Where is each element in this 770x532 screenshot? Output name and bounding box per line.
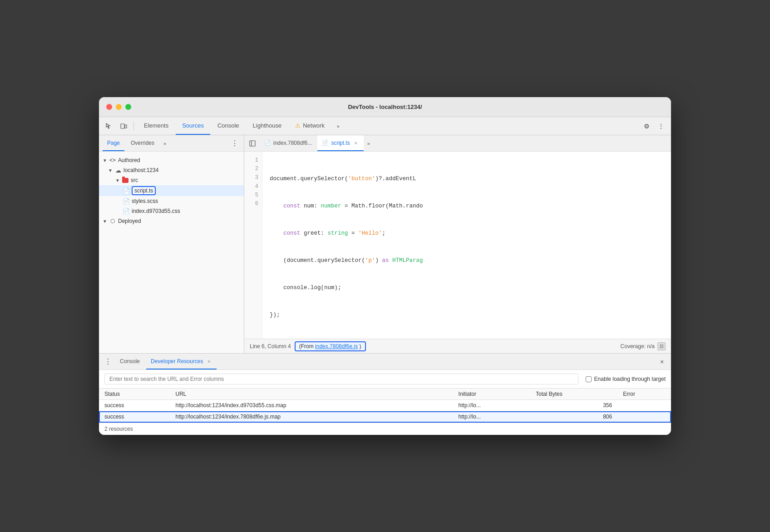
editor-tab-bar: 📄 index.7808df6... 📄 script.ts × » <box>244 135 671 152</box>
toolbar-right: ⚙ ⋮ <box>640 120 667 133</box>
sources-sidebar: Page Overrides » ⋮ ▼ <> Authored ▼ ☁ <box>99 135 244 353</box>
dev-resources-panel: Enable loading through target Status URL… <box>99 370 671 435</box>
main-toolbar: Elements Sources Console Lighthouse ⚠ Ne… <box>99 117 671 135</box>
line-num-4: 4 <box>250 182 258 191</box>
overflow-menu-button[interactable]: ⋮ <box>655 120 667 133</box>
bottom-tab-console[interactable]: Console <box>115 354 144 369</box>
tab-lighthouse[interactable]: Lighthouse <box>247 117 288 135</box>
bottom-panel-menu-icon[interactable]: ⋮ <box>103 356 114 367</box>
code-content[interactable]: document.querySelector('button')?.addEve… <box>262 152 671 339</box>
editor-area: 📄 index.7808df6... 📄 script.ts × » 1 2 3… <box>244 135 671 353</box>
from-label: (From <box>299 343 314 350</box>
svg-rect-1 <box>125 125 127 128</box>
from-file-link[interactable]: index.7808df6e.js <box>315 343 358 350</box>
bottom-tab-dev-resources[interactable]: Developer Resources × <box>146 354 217 369</box>
col-status: Status <box>99 389 170 400</box>
tree-arrow-authored: ▼ <box>103 158 107 163</box>
line-numbers: 1 2 3 4 5 6 <box>244 152 262 339</box>
row1-url: http://localhost:1234/index.d9703d55.css… <box>170 400 453 411</box>
from-source-highlight: (From index.7808df6e.js ) <box>295 341 366 351</box>
code-line-6: }); <box>270 310 664 320</box>
close-button[interactable] <box>106 104 112 110</box>
tree-item-styles-scss[interactable]: 📄 styles.scss <box>99 196 244 206</box>
editor-tab-index[interactable]: 📄 index.7808df6... <box>260 135 316 151</box>
more-tabs-button[interactable]: » <box>332 120 345 133</box>
code-line-1: document.querySelector('button')?.addEve… <box>270 174 664 183</box>
from-close: ) <box>360 343 361 350</box>
minimize-button[interactable] <box>116 104 122 110</box>
tab-sources[interactable]: Sources <box>176 117 210 135</box>
coverage-icon[interactable]: ⊡ <box>657 342 666 350</box>
folder-red-icon <box>122 177 129 184</box>
overflow-icon: ⋮ <box>658 123 664 130</box>
tree-item-localhost[interactable]: ▼ ☁ localhost:1234 <box>99 165 244 175</box>
row2-url: http://localhost:1234/index.7808df6e.js.… <box>170 411 453 423</box>
resources-count: 2 resources <box>99 423 671 435</box>
tab-network[interactable]: ⚠ Network <box>289 117 331 135</box>
row2-status: success <box>99 411 170 423</box>
tab-elements[interactable]: Elements <box>138 117 175 135</box>
cloud-icon: ☁ <box>114 167 122 174</box>
settings-button[interactable]: ⚙ <box>640 120 653 133</box>
sidebar-tab-page[interactable]: Page <box>103 135 124 151</box>
tab-console[interactable]: Console <box>211 117 246 135</box>
main-content: Page Overrides » ⋮ ▼ <> Authored ▼ ☁ <box>99 135 671 353</box>
tree-item-src[interactable]: ▼ src <box>99 175 244 185</box>
close-dev-resources-tab[interactable]: × <box>206 358 212 365</box>
window-controls <box>106 104 131 110</box>
code-line-2: const num: number = Math.floor(Math.rand… <box>270 202 664 211</box>
code-line-4: (document.querySelector('p') as HTMLPara… <box>270 256 664 265</box>
close-bottom-panel-button[interactable]: × <box>656 356 667 367</box>
file-tree: ▼ <> Authored ▼ ☁ localhost:1234 ▼ src <box>99 152 244 353</box>
line-num-5: 5 <box>250 191 258 200</box>
coverage-status: Coverage: n/a ⊡ <box>621 342 666 350</box>
code-line-5: console.log(num); <box>270 283 664 292</box>
device-toggle-icon[interactable] <box>117 120 130 133</box>
bottom-tab-bar: ⋮ Console Developer Resources × × <box>99 354 671 370</box>
sidebar-menu-icon[interactable]: ⋮ <box>229 138 240 149</box>
line-num-1: 1 <box>250 156 258 165</box>
resource-row-1[interactable]: success http://localhost:1234/index.d970… <box>99 400 671 411</box>
line-num-6: 6 <box>250 200 258 208</box>
editor-more-button[interactable]: » <box>365 140 373 147</box>
url-search-input[interactable] <box>104 374 578 384</box>
resources-table: Status URL Initiator Total Bytes Error s… <box>99 389 671 423</box>
file-icon: 📄 <box>264 140 271 146</box>
tree-item-index-css[interactable]: 📄 index.d9703d55.css <box>99 206 244 216</box>
editor-tab-script-ts[interactable]: 📄 script.ts × <box>317 135 363 151</box>
status-bar: Line 6, Column 4 (From index.7808df6e.js… <box>244 339 671 353</box>
devtools-window: DevTools - localhost:1234/ Elements Sour… <box>99 97 671 435</box>
tree-item-script-ts[interactable]: 📄 script.ts <box>99 185 244 196</box>
sidebar-tab-bar: Page Overrides » ⋮ <box>99 135 244 152</box>
file-ts-icon: 📄 <box>123 187 130 194</box>
file-icon-active: 📄 <box>322 140 328 146</box>
bottom-panel: ⋮ Console Developer Resources × × Enable… <box>99 353 671 435</box>
maximize-button[interactable] <box>125 104 131 110</box>
tree-item-deployed[interactable]: ▼ ⬡ Deployed <box>99 216 244 226</box>
enable-loading-label: Enable loading through target <box>586 376 666 382</box>
sidebar-tab-overrides[interactable]: Overrides <box>126 135 159 151</box>
index-tab-label: index.7808df6... <box>273 140 312 146</box>
gear-icon: ⚙ <box>644 123 650 130</box>
collapse-panel-button[interactable] <box>246 137 259 150</box>
index-css-label: index.d9703d55.css <box>132 208 180 214</box>
sidebar-more-button[interactable]: » <box>161 140 169 147</box>
resource-row-2[interactable]: success http://localhost:1234/index.7808… <box>99 411 671 423</box>
search-row: Enable loading through target <box>104 374 666 384</box>
cursor-position: Line 6, Column 4 <box>250 343 291 350</box>
inspect-icon[interactable] <box>103 120 115 133</box>
tree-arrow-localhost: ▼ <box>108 168 113 173</box>
row2-initiator: http://lo... <box>453 411 530 423</box>
window-title: DevTools - localhost:1234/ <box>348 103 422 110</box>
src-label: src <box>131 177 138 183</box>
close-script-ts-tab[interactable]: × <box>353 140 359 146</box>
code-line-3: const greet: string = 'Hello'; <box>270 229 664 238</box>
main-tab-nav: Elements Sources Console Lighthouse ⚠ Ne… <box>138 117 345 135</box>
row1-error <box>617 400 671 411</box>
titlebar: DevTools - localhost:1234/ <box>99 97 671 117</box>
col-error: Error <box>617 389 671 400</box>
tree-item-authored[interactable]: ▼ <> Authored <box>99 155 244 165</box>
enable-loading-checkbox[interactable] <box>586 376 592 382</box>
resources-table-container: Status URL Initiator Total Bytes Error s… <box>99 389 671 423</box>
row2-bytes: 806 <box>530 411 617 423</box>
